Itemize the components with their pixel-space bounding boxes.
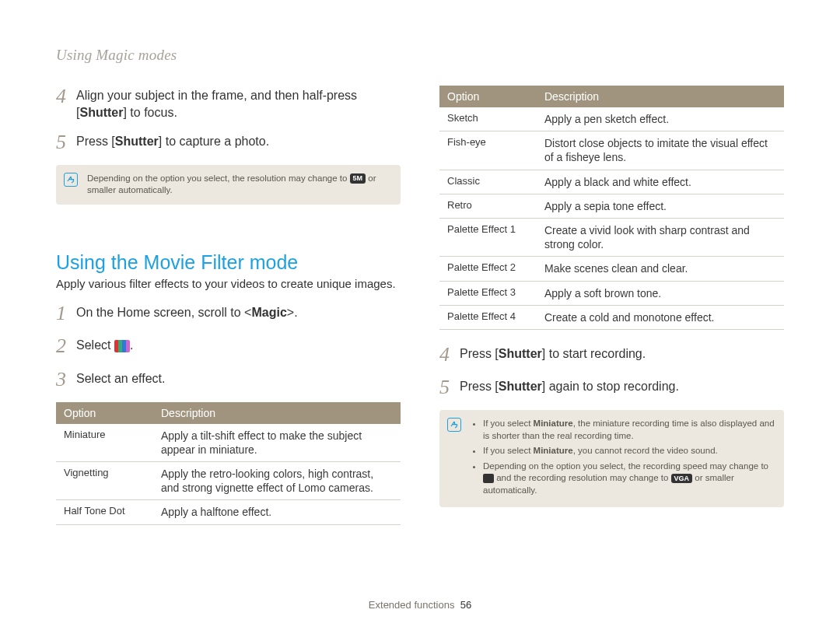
cell-option: Palette Effect 2	[439, 257, 537, 281]
table-row: Fish-eyeDistort close objects to imitate…	[439, 131, 784, 170]
right-column: Option Description SketchApply a pen ske…	[439, 86, 784, 525]
cell-option: Classic	[439, 170, 537, 194]
step-number: 4	[439, 344, 460, 366]
table-row: Palette Effect 3Apply a soft brown tone.	[439, 281, 784, 305]
step-4: 4 Align your subject in the frame, and t…	[56, 86, 401, 121]
page-footer: Extended functions 56	[0, 599, 840, 611]
note-miniature: If you select Miniature, the miniature r…	[439, 410, 784, 507]
cell-description: Apply a black and white effect.	[537, 170, 784, 194]
step: 5Press [Shutter] again to stop recording…	[439, 377, 784, 399]
table-header-option: Option	[439, 86, 537, 107]
options-table-left: Option Description MiniatureApply a tilt…	[56, 402, 401, 525]
table-row: VignettingApply the retro-looking colors…	[56, 461, 401, 499]
note-list: If you select Miniature, the miniature r…	[471, 418, 775, 496]
note-resolution: Depending on the option you select, the …	[56, 165, 401, 205]
section-subtitle: Apply various filter effects to your vid…	[56, 277, 401, 290]
step-number: 1	[56, 303, 76, 325]
cell-option: Palette Effect 1	[439, 218, 537, 256]
note-icon	[64, 173, 78, 187]
note-item: If you select Miniature, the miniature r…	[483, 418, 775, 442]
badge-5m-icon: 5M	[350, 173, 366, 184]
cell-description: Apply a tilt-shift effect to make the su…	[153, 424, 401, 462]
table-row: Palette Effect 4Create a cold and monoto…	[439, 305, 784, 329]
step-number: 2	[56, 335, 76, 358]
cell-description: Create a vivid look with sharp contrast …	[537, 218, 784, 256]
cell-option: Half Tone Dot	[56, 500, 153, 524]
cell-description: Apply a soft brown tone.	[537, 281, 784, 305]
step: 1On the Home screen, scroll to <Magic>.	[56, 303, 401, 325]
left-column: 4 Align your subject in the frame, and t…	[56, 86, 401, 525]
table-header-description: Description	[537, 86, 784, 107]
cell-description: Apply a pen sketch effect.	[537, 107, 784, 131]
cell-description: Apply a sepia tone effect.	[537, 194, 784, 218]
note-icon	[447, 418, 461, 432]
table-header-description: Description	[153, 402, 401, 424]
table-row: SketchApply a pen sketch effect.	[439, 107, 784, 131]
step-number: 5	[439, 377, 460, 399]
cell-option: Vignetting	[56, 461, 153, 499]
cell-option: Sketch	[439, 107, 537, 131]
table-row: MiniatureApply a tilt-shift effect to ma…	[56, 424, 401, 462]
step: 3Select an effect.	[56, 369, 401, 391]
cell-description: Distort close objects to imitate the vis…	[537, 131, 784, 170]
cell-option: Palette Effect 4	[439, 305, 537, 329]
cell-description: Create a cold and monotone effect.	[537, 305, 784, 329]
step-number: 4	[56, 86, 76, 121]
section-title: Using the Movie Filter mode	[56, 251, 401, 274]
table-row: Palette Effect 2Make scenes clean and cl…	[439, 257, 784, 281]
page-header: Using Magic modes	[56, 47, 784, 64]
table-row: RetroApply a sepia tone effect.	[439, 194, 784, 218]
step: 2Select .	[56, 335, 401, 358]
table-row: ClassicApply a black and white effect.	[439, 170, 784, 194]
step-number: 5	[56, 131, 76, 154]
table-row: Palette Effect 1Create a vivid look with…	[439, 218, 784, 256]
table-row: Half Tone DotApply a halftone effect.	[56, 500, 401, 524]
table-header-option: Option	[56, 402, 153, 424]
note-item: Depending on the option you select, the …	[483, 461, 775, 497]
options-table-right: Option Description SketchApply a pen ske…	[439, 86, 784, 330]
cell-option: Retro	[439, 194, 537, 218]
cell-description: Apply a halftone effect.	[153, 500, 401, 524]
note-item: If you select Miniature, you cannot reco…	[483, 445, 775, 457]
step: 4Press [Shutter] to start recording.	[439, 344, 784, 366]
cell-option: Miniature	[56, 424, 153, 462]
cell-option: Fish-eye	[439, 131, 537, 170]
cell-description: Apply the retro-looking colors, high con…	[153, 461, 401, 499]
step-5: 5 Press [Shutter] to capture a photo.	[56, 131, 401, 154]
step-number: 3	[56, 369, 76, 391]
cell-description: Make scenes clean and clear.	[537, 257, 784, 281]
cell-option: Palette Effect 3	[439, 281, 537, 305]
